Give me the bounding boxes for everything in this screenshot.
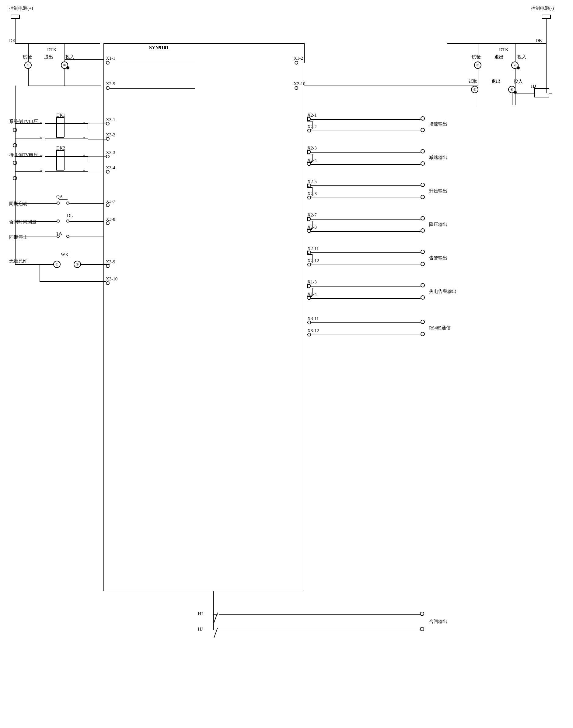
label-x1-1: X1-1 xyxy=(106,56,115,61)
circle-6-label: ⑥ xyxy=(510,88,513,92)
contact-hj-top xyxy=(214,613,218,623)
line-x2-5-right xyxy=(311,185,421,186)
open-end-hj-top xyxy=(420,612,424,616)
bracket-x2-1-2-right xyxy=(312,121,313,129)
label-hj3: HJ xyxy=(198,627,203,632)
open-end-x2-8 xyxy=(421,228,425,233)
line-x1-4-right xyxy=(311,298,421,299)
line-dk1-bot-h2 xyxy=(45,139,88,139)
bracket-x1-3-4-bot xyxy=(307,296,312,297)
label-x3-10: X3-10 xyxy=(106,277,117,282)
label-x3-9: X3-9 xyxy=(106,259,115,264)
line-c5-top xyxy=(475,86,475,86)
label-test-right2: 试验 xyxy=(469,79,478,84)
line-qa-right xyxy=(69,203,103,204)
line-c5-down xyxy=(475,93,475,105)
line-dk2-main-left xyxy=(56,150,57,170)
terminal-x3-4 xyxy=(106,170,110,174)
label-alarm: 告警输出 xyxy=(429,255,447,261)
line-x2-11-right xyxy=(311,252,421,253)
terminal-x3-12 xyxy=(307,333,311,336)
bracket-x2-3-4-top xyxy=(307,154,312,154)
line-x2-1-right xyxy=(311,119,421,120)
line-x3-1 xyxy=(88,124,106,124)
open-end-x2-5 xyxy=(421,183,425,187)
circle-1-label: ① xyxy=(27,63,30,67)
label-speed-up: 增速输出 xyxy=(429,121,447,127)
line-ltv3 xyxy=(15,156,41,157)
line-dk1-top-h xyxy=(56,117,64,118)
label-dtk-left: DTK xyxy=(47,47,57,52)
line-wk-left xyxy=(40,264,53,265)
circle-3: ③ xyxy=(474,61,481,69)
bracket-x2-7-8-bot xyxy=(307,229,312,230)
line-wk-bot-vert xyxy=(40,264,40,281)
bracket-x1-3-4-right xyxy=(312,288,313,296)
circle-5-label: ⑤ xyxy=(473,88,476,92)
label-wk: WK xyxy=(61,252,68,257)
bus-line-right xyxy=(447,43,546,44)
label-power-fail: 失电告警输出 xyxy=(429,289,457,294)
label-sync-stop: 同期停止 xyxy=(9,235,28,240)
terminal-neg xyxy=(542,15,551,19)
label-x2-10: X2-10 xyxy=(294,81,305,87)
label-voltage-up: 升压输出 xyxy=(429,188,447,194)
wk-circle-1: ① xyxy=(53,261,61,268)
terminal-x3-10 xyxy=(106,281,110,285)
line-c4-down xyxy=(515,69,516,105)
open-end-x2-4 xyxy=(421,161,425,165)
contact-dl-right xyxy=(66,220,69,223)
line-dk1-top-vert xyxy=(88,123,88,130)
open-end-x2-6 xyxy=(421,195,425,199)
label-close-output: 合闸输出 xyxy=(429,619,447,625)
line-dk2-top-vert xyxy=(88,156,88,162)
terminal-x3-8 xyxy=(106,221,110,225)
terminal-x2-10 xyxy=(295,86,298,90)
line-c2-to-x11 xyxy=(64,59,104,60)
terminal-x1-1 xyxy=(106,61,110,64)
open-end-x2-12 xyxy=(421,262,425,266)
dot-dtk-right xyxy=(517,66,520,69)
bracket-x2-5-6-top xyxy=(307,187,312,188)
circle-5: ⑤ xyxy=(471,86,478,93)
bracket-x2-3-4-bot xyxy=(307,162,312,163)
line-x2-12-right xyxy=(311,264,421,265)
label-control-power-neg: 控制电源(-) xyxy=(531,5,554,11)
line-syn-to-hj xyxy=(213,591,214,615)
open-end-x2-2 xyxy=(421,128,425,132)
hj-relay-box xyxy=(534,88,549,97)
circle-3-label: ③ xyxy=(476,63,479,67)
bracket-x2-5-6-right xyxy=(312,187,313,196)
line-x2-9 xyxy=(110,88,195,89)
terminal-x1-2 xyxy=(295,61,298,64)
label-x2-9: X2-9 xyxy=(106,81,115,87)
open-end-x1-3 xyxy=(421,283,425,287)
line-ltv4 xyxy=(15,172,41,172)
line-to-c1 xyxy=(28,43,29,61)
bracket-x2-5-6-bot xyxy=(307,196,312,196)
bracket-x2-1-2-bot xyxy=(307,129,312,130)
label-qa: QA xyxy=(56,194,63,199)
line-x3-4 xyxy=(88,172,106,172)
label-invest-right1: 投入 xyxy=(517,54,526,60)
syn9101-title: SYN9101 xyxy=(149,45,169,51)
terminal-x3-11 xyxy=(307,321,311,324)
line-to-c3 xyxy=(478,43,478,61)
label-speed-down: 减速输出 xyxy=(429,155,447,160)
line-hj-bot-right xyxy=(219,630,420,630)
line-neg-down xyxy=(546,19,546,43)
label-withdraw-left1: 退出 xyxy=(44,54,53,60)
line-dk1-main-right xyxy=(64,117,64,137)
bracket-x2-1-2-top xyxy=(307,121,312,122)
line-x2-7-right xyxy=(311,219,421,220)
wk-circle-1-label: ① xyxy=(55,262,58,266)
open-end-x2-1 xyxy=(421,116,425,120)
line-to-qa xyxy=(15,203,53,204)
label-voltage-down: 降压输出 xyxy=(429,222,447,228)
bracket-x2-11-12-top xyxy=(307,254,312,255)
line-x3-3 xyxy=(88,156,106,157)
line-to-ta xyxy=(15,237,53,237)
terminal-x2-9 xyxy=(106,86,110,90)
line-x3-10-left xyxy=(40,281,106,282)
open-end-x2-3 xyxy=(421,149,425,153)
